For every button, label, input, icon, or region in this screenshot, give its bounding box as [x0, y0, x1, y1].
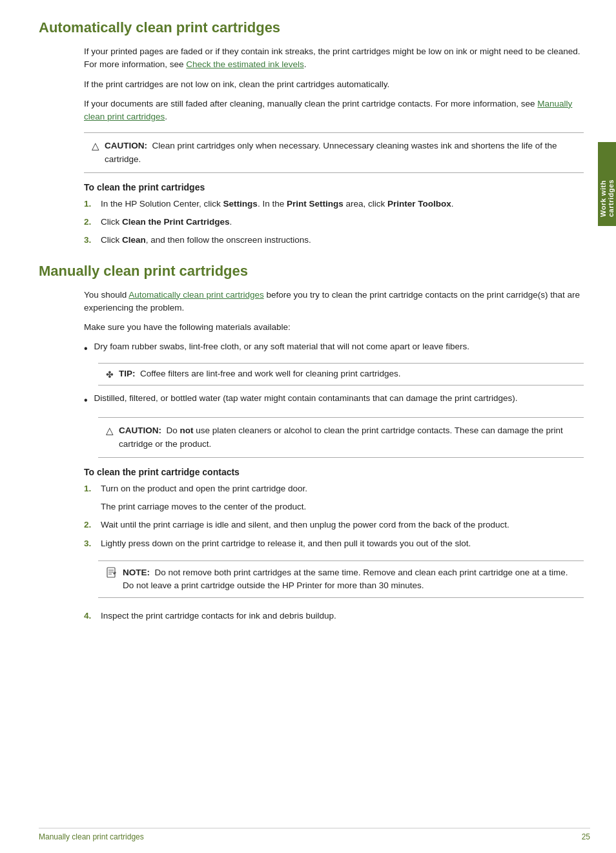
section2-step-4: 4. Inspect the print cartridge contacts …: [84, 610, 584, 622]
footer-left: Manually clean print cartridges: [39, 832, 144, 841]
section1-subsection-title: To clean the print cartridges: [84, 182, 584, 192]
sidebar-tab: Work with cartridges: [598, 142, 616, 226]
step-3-text: Click Clean, and then follow the onscree…: [101, 234, 311, 247]
step-3: 3. Click Clean, and then follow the onsc…: [84, 234, 584, 247]
section1-caution-box: △ CAUTION: Clean print cartridges only w…: [84, 132, 584, 173]
section2-caution-box: △ CAUTION: Do not use platen cleaners or…: [98, 417, 584, 458]
section2-step-3-num: 3.: [84, 537, 96, 550]
section2-subsection-title: To clean the print cartridge contacts: [84, 467, 584, 477]
caution-triangle-icon: △: [92, 140, 99, 152]
section1-caution-text: CAUTION: Clean print cartridges only whe…: [105, 139, 576, 166]
section2-bullets-2: • Distilled, filtered, or bottled water …: [84, 392, 584, 408]
section2-step-2: 2. Wait until the print carriage is idle…: [84, 519, 584, 531]
bullet-item-1: • Dry foam rubber swabs, lint-free cloth…: [84, 340, 584, 356]
step-1-num: 1.: [84, 198, 96, 211]
section2-para2: Make sure you have the following materia…: [84, 321, 584, 334]
section2-step-3: 3. Lightly press down on the print cartr…: [84, 537, 584, 605]
tip-box: ✤ TIP: Coffee filters are lint-free and …: [98, 363, 584, 385]
footer-right: 25: [582, 832, 590, 841]
section2-step-1: 1. Turn on the product and open the prin…: [84, 482, 584, 514]
main-content: Automatically clean print cartridges If …: [39, 0, 590, 654]
section1-title: Automatically clean print cartridges: [39, 19, 590, 36]
footer: Manually clean print cartridges 25: [39, 828, 590, 841]
bullet-2-text: Distilled, filtered, or bottled water (t…: [94, 392, 518, 408]
step-2-num: 2.: [84, 216, 96, 229]
section2-step-2-main: Wait until the print carriage is idle an…: [101, 519, 509, 531]
section2-title: Manually clean print cartridges: [39, 263, 590, 280]
section1-para3: If your documents are still faded after …: [84, 98, 584, 124]
caution-triangle-icon-2: △: [106, 425, 114, 437]
bullet-icon-2: •: [84, 393, 88, 408]
section2-steps: 1. Turn on the product and open the prin…: [84, 482, 584, 623]
section1-steps: 1. In the HP Solution Center, click Sett…: [84, 198, 584, 247]
section2-step-4-main: Inspect the print cartridge contacts for…: [101, 610, 336, 622]
section2-body: You should Automatically clean print car…: [84, 289, 584, 623]
step-1: 1. In the HP Solution Center, click Sett…: [84, 198, 584, 211]
tip-text: TIP: Coffee filters are lint-free and wo…: [119, 369, 400, 378]
step-3-num: 3.: [84, 234, 96, 247]
note-icon: [106, 567, 118, 582]
section2-step-2-num: 2.: [84, 519, 96, 531]
auto-clean-link[interactable]: Automatically clean print cartridges: [128, 290, 263, 300]
section2-step-4-num: 4.: [84, 610, 96, 622]
section2-caution-text: CAUTION: Do not use platen cleaners or a…: [119, 424, 576, 451]
section2-step-1-num: 1.: [84, 482, 96, 495]
section2-para1: You should Automatically clean print car…: [84, 289, 584, 315]
section2-step-1-sub: The print carriage moves to the center o…: [101, 500, 584, 513]
section2-step-3-main: Lightly press down on the print cartridg…: [101, 537, 471, 550]
note-box: NOTE: Do not remove both print cartridge…: [98, 560, 584, 599]
step-2: 2. Click Clean the Print Cartridges.: [84, 216, 584, 229]
tip-icon: ✤: [106, 369, 114, 380]
sidebar-tab-label: Work with cartridges: [599, 151, 615, 217]
check-estimated-link[interactable]: Check the estimated ink levels: [186, 59, 303, 69]
step-2-text: Click Clean the Print Cartridges.: [101, 216, 232, 229]
section1-para2: If the print cartridges are not low on i…: [84, 78, 584, 91]
bullet-icon-1: •: [84, 341, 88, 356]
section2-step-1-main: Turn on the product and open the print c…: [101, 482, 307, 495]
bullet-1-text: Dry foam rubber swabs, lint-free cloth, …: [94, 340, 470, 356]
step-1-text: In the HP Solution Center, click Setting…: [101, 198, 453, 211]
section2-bullets: • Dry foam rubber swabs, lint-free cloth…: [84, 340, 584, 356]
section1-para1: If your printed pages are faded or if th…: [84, 45, 584, 72]
bullet-item-2: • Distilled, filtered, or bottled water …: [84, 392, 584, 408]
section1-body: If your printed pages are faded or if th…: [84, 45, 584, 247]
page: Work with cartridges Automatically clean…: [0, 0, 616, 853]
note-text: NOTE: Do not remove both print cartridge…: [123, 566, 576, 593]
